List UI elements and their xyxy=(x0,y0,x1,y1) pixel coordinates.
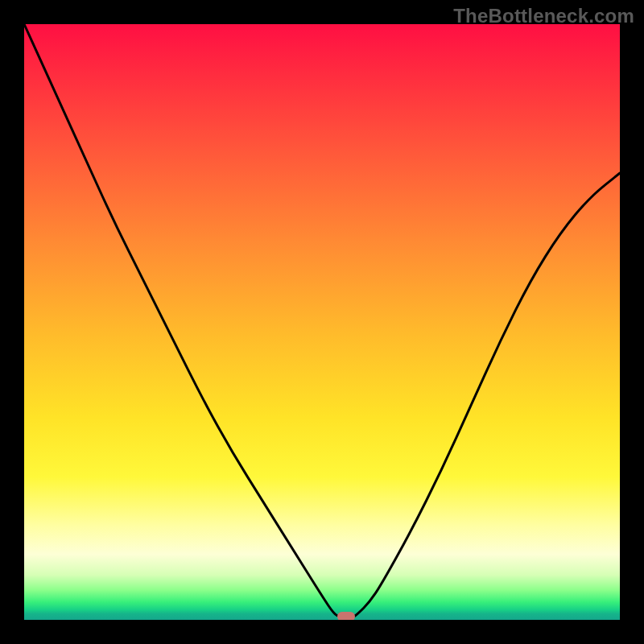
chart-frame: TheBottleneck.com xyxy=(0,0,644,644)
watermark-text: TheBottleneck.com xyxy=(453,5,634,27)
plot-area xyxy=(24,24,620,620)
bottleneck-curve xyxy=(24,24,620,619)
curve-svg xyxy=(24,24,620,620)
minimum-marker xyxy=(337,612,355,620)
